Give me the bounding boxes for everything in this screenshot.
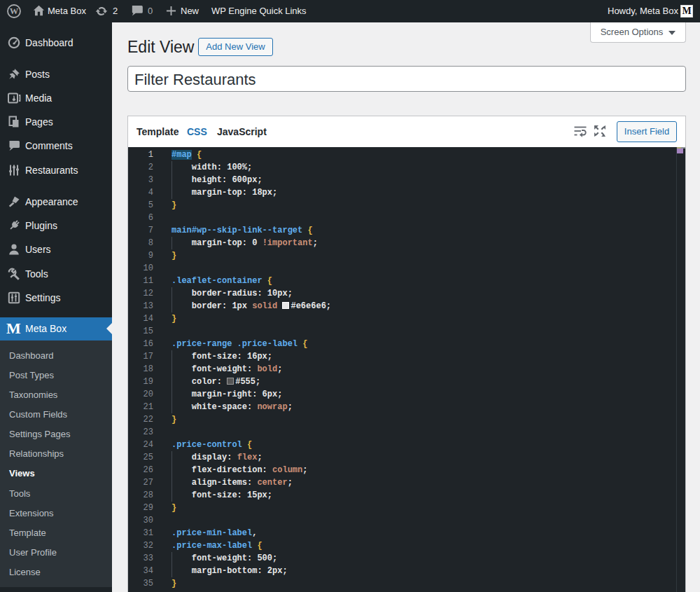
svg-text:W: W — [10, 6, 19, 16]
